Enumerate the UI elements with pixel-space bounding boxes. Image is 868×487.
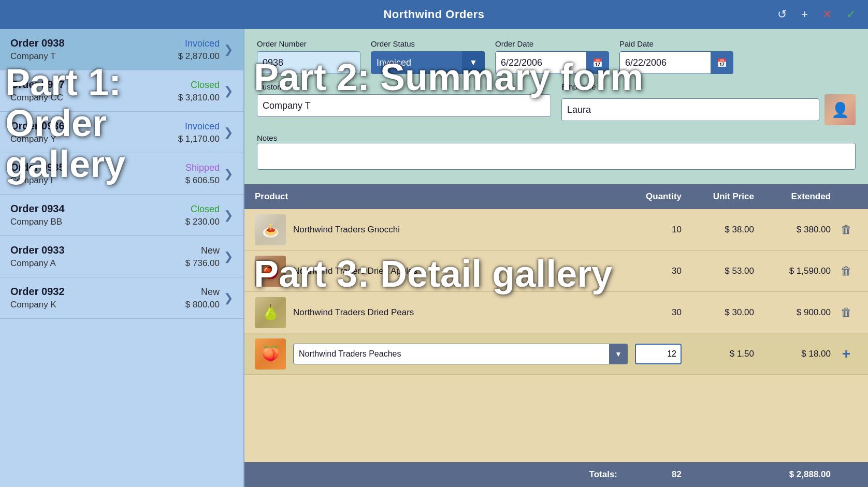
employee-input[interactable] xyxy=(561,98,819,121)
chevron-right-icon: ❯ xyxy=(224,291,233,305)
order-number: Order 0937 xyxy=(10,79,65,91)
totals-label: Totals: xyxy=(255,469,628,480)
order-company: Company Y xyxy=(10,134,56,144)
table-row-new: 🍑 Northwind Traders Peaches Northwind Tr… xyxy=(244,333,868,375)
app-header: Northwind Orders ↺ + ✕ ✓ xyxy=(0,0,868,29)
order-number-field: Order Number xyxy=(257,39,360,74)
order-amount: $ 230.00 xyxy=(185,217,220,227)
chevron-right-icon: ❯ xyxy=(224,126,233,139)
order-date-calendar-button[interactable]: 📅 xyxy=(586,51,609,74)
list-item[interactable]: Order 0936 Invoiced Company Y $ 1,170.00… xyxy=(0,112,243,153)
order-company: Company T xyxy=(10,51,56,62)
product-thumbnail: 🍝 xyxy=(255,214,286,245)
col-product-header: Product xyxy=(255,191,628,202)
paid-date-field: Paid Date 📅 xyxy=(619,39,733,74)
refresh-icon[interactable]: ↺ xyxy=(777,8,787,21)
form-row-2: Customer Employee 👤 xyxy=(257,82,856,125)
new-product-dropdown: Northwind Traders Peaches Northwind Trad… xyxy=(293,344,628,364)
product-quantity: 30 xyxy=(628,266,690,276)
delete-row-button[interactable]: 🗑 xyxy=(835,264,858,278)
product-thumbnail: 🍎 xyxy=(255,256,286,287)
customer-field: Customer xyxy=(257,82,551,125)
order-number-label: Order Number xyxy=(257,39,360,48)
form-row-1: Order Number Order Status Invoiced New S… xyxy=(257,39,856,74)
order-company: Company A xyxy=(10,258,56,269)
product-unit-price: $ 38.00 xyxy=(690,225,762,235)
order-number: Order 0934 xyxy=(10,203,65,215)
col-unit-price-header: Unit Price xyxy=(690,191,762,202)
notes-area: Notes xyxy=(257,134,856,172)
notes-input[interactable] xyxy=(257,143,856,170)
delete-row-button[interactable]: 🗑 xyxy=(835,306,858,319)
table-row: 🍐 Northwind Traders Dried Pears 30 $ 30.… xyxy=(244,292,868,333)
add-icon[interactable]: + xyxy=(801,8,808,21)
col-quantity-header: Quantity xyxy=(628,191,690,202)
product-thumbnail-new: 🍑 xyxy=(255,338,286,370)
order-status-label: Order Status xyxy=(371,39,485,48)
order-company: Company BB xyxy=(10,217,62,227)
order-amount: $ 606.50 xyxy=(185,175,220,186)
order-status: New xyxy=(201,287,220,298)
order-date-field: Order Date 📅 xyxy=(495,39,609,74)
order-number: Order 0935 xyxy=(10,161,65,173)
order-number: Order 0933 xyxy=(10,244,65,256)
order-company: Company K xyxy=(10,300,56,310)
chevron-right-icon: ❯ xyxy=(224,167,233,181)
new-quantity-input[interactable] xyxy=(635,344,682,364)
new-unit-price: $ 1.50 xyxy=(690,349,762,359)
product-quantity: 10 xyxy=(628,225,690,235)
form-area: Order Number Order Status Invoiced New S… xyxy=(244,29,868,184)
order-item-content: Order 0938 Invoiced Company T $ 2,870.00 xyxy=(10,37,220,62)
order-status-dropdown-wrapper: Invoiced New Shipped Closed ▼ xyxy=(371,51,485,74)
employee-field: Employee 👤 xyxy=(561,82,856,125)
order-gallery[interactable]: Order 0938 Invoiced Company T $ 2,870.00… xyxy=(0,29,244,487)
order-amount: $ 1,170.00 xyxy=(178,134,220,144)
product-unit-price: $ 53.00 xyxy=(690,266,762,276)
list-item[interactable]: Order 0938 Invoiced Company T $ 2,870.00… xyxy=(0,29,243,70)
main-layout: Order 0938 Invoiced Company T $ 2,870.00… xyxy=(0,29,868,487)
order-number-input[interactable] xyxy=(257,51,360,74)
close-icon[interactable]: ✕ xyxy=(822,8,832,21)
totals-quantity: 82 xyxy=(628,469,690,480)
chevron-right-icon: ❯ xyxy=(224,84,233,98)
customer-input[interactable] xyxy=(257,94,551,117)
list-item[interactable]: Order 0932 New Company K $ 800.00 ❯ xyxy=(0,277,243,319)
order-status: Closed xyxy=(191,204,220,215)
check-icon[interactable]: ✓ xyxy=(846,8,856,21)
order-number: Order 0936 xyxy=(10,120,65,132)
col-extended-header: Extended xyxy=(762,191,835,202)
add-row-button[interactable]: + xyxy=(835,346,858,362)
employee-photo: 👤 xyxy=(824,94,856,125)
order-status: Closed xyxy=(191,80,220,91)
order-status: Invoiced xyxy=(185,38,220,49)
table-row: 🍎 Northwind Traders Dried Apples 30 $ 53… xyxy=(244,250,868,292)
order-status: Invoiced xyxy=(185,121,220,132)
detail-table-header: Product Quantity Unit Price Extended xyxy=(244,184,868,209)
product-name: Northwind Traders Dried Pears xyxy=(293,307,628,318)
chevron-right-icon: ❯ xyxy=(224,43,233,56)
totals-extended: $ 2,888.00 xyxy=(762,469,835,480)
detail-rows: 🍝 Northwind Traders Gnocchi 10 $ 38.00 $… xyxy=(244,209,868,462)
paid-date-wrapper: 📅 xyxy=(619,51,733,74)
new-product-dropdown-arrow: ▼ xyxy=(609,344,628,364)
order-amount: $ 2,870.00 xyxy=(178,51,220,62)
order-amount: $ 3,810.00 xyxy=(178,93,220,103)
list-item[interactable]: Order 0937 Closed Company CC $ 3,810.00 … xyxy=(0,70,243,112)
product-name: Northwind Traders Dried Apples xyxy=(293,266,628,276)
order-number: Order 0938 xyxy=(10,37,65,49)
product-extended: $ 1,590.00 xyxy=(762,266,835,276)
product-name: Northwind Traders Gnocchi xyxy=(293,225,628,235)
list-item[interactable]: Order 0935 Shipped Company I $ 606.50 ❯ xyxy=(0,153,243,195)
list-item[interactable]: Order 0933 New Company A $ 736.00 ❯ xyxy=(0,236,243,277)
summary-panel: Order Number Order Status Invoiced New S… xyxy=(244,29,868,487)
order-status-select[interactable]: Invoiced New Shipped Closed xyxy=(371,51,485,74)
delete-row-button[interactable]: 🗑 xyxy=(835,223,858,237)
totals-row: Totals: 82 $ 2,888.00 xyxy=(244,462,868,487)
list-item[interactable]: Order 0934 Closed Company BB $ 230.00 ❯ xyxy=(0,195,243,236)
new-product-select[interactable]: Northwind Traders Peaches Northwind Trad… xyxy=(293,344,628,364)
order-date-label: Order Date xyxy=(495,39,609,48)
order-company: Company I xyxy=(10,175,53,186)
paid-date-calendar-button[interactable]: 📅 xyxy=(711,51,733,74)
app-title: Northwind Orders xyxy=(383,8,484,21)
paid-date-label: Paid Date xyxy=(619,39,733,48)
